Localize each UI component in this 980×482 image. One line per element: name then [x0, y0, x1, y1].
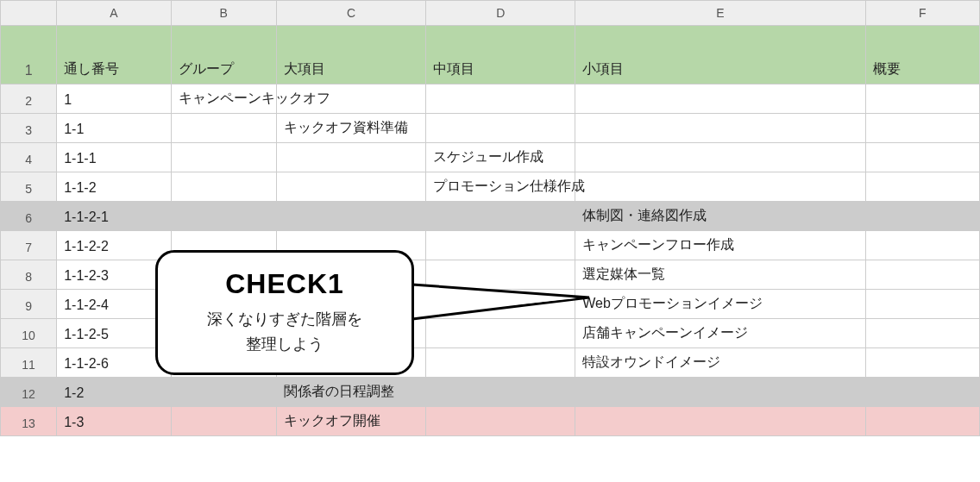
cell[interactable] — [426, 202, 575, 231]
cell[interactable]: 通し番号 — [57, 26, 171, 85]
cell[interactable]: 1-1-2-2 — [57, 231, 171, 260]
cell[interactable]: グループ — [171, 26, 276, 85]
table-row: 101-1-2-5店舗キャンペーンイメージ — [1, 319, 980, 348]
cell[interactable]: 店舗キャンペーンイメージ — [575, 319, 865, 348]
cell[interactable] — [575, 143, 865, 172]
cell[interactable] — [171, 407, 276, 436]
cell[interactable] — [865, 85, 979, 114]
cell[interactable]: 1-3 — [57, 407, 171, 436]
row-header[interactable]: 8 — [1, 260, 57, 290]
cell[interactable]: 小項目 — [575, 26, 865, 85]
cell[interactable]: 1-1-2-1 — [57, 202, 171, 231]
cell[interactable] — [865, 172, 979, 202]
col-header-F[interactable]: F — [865, 1, 979, 26]
cell[interactable] — [865, 260, 979, 290]
table-row: 41-1-1スケジュール作成 — [1, 143, 980, 172]
row-header[interactable]: 1 — [1, 26, 57, 85]
cell[interactable] — [171, 172, 276, 202]
cell[interactable] — [426, 378, 575, 407]
cell[interactable] — [171, 114, 276, 143]
cell[interactable]: 1-1-2 — [57, 172, 171, 202]
column-header-row: A B C D E F — [1, 1, 980, 26]
row-header[interactable]: 10 — [1, 319, 57, 348]
cell[interactable] — [575, 85, 865, 114]
table-row: 1通し番号グループ大項目中項目小項目概要 — [1, 26, 980, 85]
cell[interactable]: キックオフ資料準備 — [276, 114, 425, 143]
cell[interactable]: 1-1-2-6 — [57, 348, 171, 378]
table-row: 91-1-2-4Webプロモーションイメージ — [1, 290, 980, 319]
cell[interactable] — [426, 231, 575, 260]
cell[interactable]: キャンペーンキックオフ — [171, 85, 276, 114]
callout-title: CHECK1 — [175, 268, 394, 300]
cell[interactable]: 1-1-2-3 — [57, 260, 171, 290]
cell[interactable] — [171, 143, 276, 172]
row-header[interactable]: 13 — [1, 407, 57, 436]
cell[interactable] — [865, 202, 979, 231]
row-header[interactable]: 6 — [1, 202, 57, 231]
spreadsheet-grid[interactable]: A B C D E F 1通し番号グループ大項目中項目小項目概要21キャンペーン… — [0, 0, 980, 436]
cell[interactable]: 選定媒体一覧 — [575, 260, 865, 290]
cell[interactable] — [426, 290, 575, 319]
col-header-B[interactable]: B — [171, 1, 276, 26]
cell[interactable] — [575, 114, 865, 143]
cell[interactable]: 中項目 — [426, 26, 575, 85]
cell[interactable] — [865, 348, 979, 378]
cell[interactable]: 1-1-1 — [57, 143, 171, 172]
cell[interactable] — [276, 143, 425, 172]
cell[interactable]: 概要 — [865, 26, 979, 85]
cell[interactable] — [575, 378, 865, 407]
row-header[interactable]: 3 — [1, 114, 57, 143]
cell[interactable]: 1-1 — [57, 114, 171, 143]
row-header[interactable]: 9 — [1, 290, 57, 319]
cell[interactable]: 大項目 — [276, 26, 425, 85]
cell[interactable] — [865, 319, 979, 348]
cell[interactable] — [426, 114, 575, 143]
table-row: 31-1キックオフ資料準備 — [1, 114, 980, 143]
row-header[interactable]: 12 — [1, 378, 57, 407]
cell[interactable]: 1 — [57, 85, 171, 114]
cell[interactable]: キックオフ開催 — [276, 407, 425, 436]
callout-sub1: 深くなりすぎた階層を — [207, 310, 362, 328]
cell[interactable] — [865, 407, 979, 436]
cell[interactable] — [865, 231, 979, 260]
row-header[interactable]: 4 — [1, 143, 57, 172]
col-header-D[interactable]: D — [426, 1, 575, 26]
cell[interactable]: キャンペーンフロー作成 — [575, 231, 865, 260]
cell[interactable] — [171, 378, 276, 407]
cell[interactable] — [865, 114, 979, 143]
cell[interactable]: 1-1-2-5 — [57, 319, 171, 348]
cell[interactable]: 体制図・連絡図作成 — [575, 202, 865, 231]
cell[interactable] — [426, 407, 575, 436]
cell[interactable]: スケジュール作成 — [426, 143, 575, 172]
table-row: 51-1-2プロモーション仕様作成 — [1, 172, 980, 202]
cell[interactable]: Webプロモーションイメージ — [575, 290, 865, 319]
cell[interactable] — [575, 407, 865, 436]
cell[interactable] — [865, 143, 979, 172]
row-header[interactable]: 5 — [1, 172, 57, 202]
cell[interactable]: 1-1-2-4 — [57, 290, 171, 319]
cell[interactable] — [426, 348, 575, 378]
col-header-C[interactable]: C — [276, 1, 425, 26]
cell[interactable]: 1-2 — [57, 378, 171, 407]
cell[interactable] — [575, 172, 865, 202]
col-header-E[interactable]: E — [575, 1, 865, 26]
col-header-A[interactable]: A — [57, 1, 171, 26]
table-row: 61-1-2-1体制図・連絡図作成 — [1, 202, 980, 231]
table-row: 71-1-2-2キャンペーンフロー作成 — [1, 231, 980, 260]
cell[interactable] — [276, 172, 425, 202]
row-header[interactable]: 2 — [1, 85, 57, 114]
cell[interactable] — [426, 319, 575, 348]
cell[interactable] — [426, 260, 575, 290]
cell[interactable] — [865, 378, 979, 407]
cell[interactable]: プロモーション仕様作成 — [426, 172, 575, 202]
cell[interactable] — [171, 202, 276, 231]
row-header[interactable]: 7 — [1, 231, 57, 260]
cell[interactable]: 関係者の日程調整 — [276, 378, 425, 407]
cell[interactable] — [276, 202, 425, 231]
callout-subtitle: 深くなりすぎた階層を 整理しよう — [175, 307, 394, 357]
cell[interactable]: 特設オウンドイメージ — [575, 348, 865, 378]
select-all-corner[interactable] — [1, 1, 57, 26]
cell[interactable] — [865, 290, 979, 319]
row-header[interactable]: 11 — [1, 348, 57, 378]
cell[interactable] — [426, 85, 575, 114]
